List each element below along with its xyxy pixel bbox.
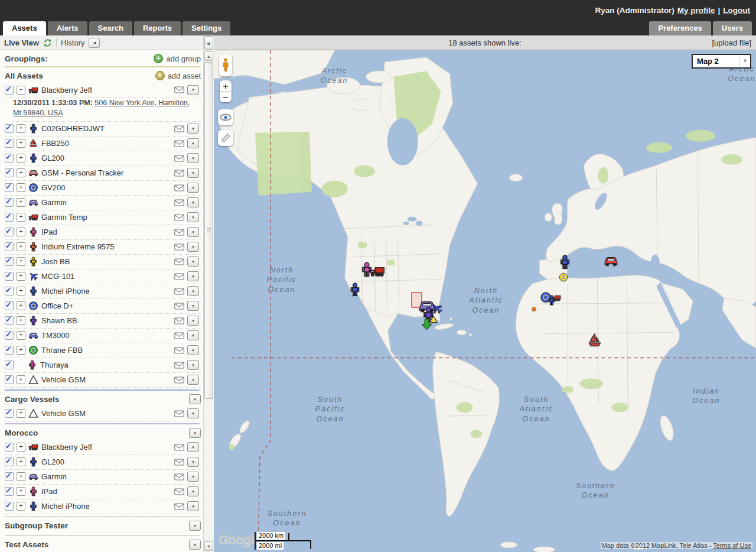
- asset-checkbox[interactable]: [5, 86, 14, 95]
- asset-label[interactable]: MCG-101: [41, 272, 74, 281]
- asset-checkbox[interactable]: [5, 287, 14, 296]
- message-envelope-icon[interactable]: [174, 140, 184, 147]
- asset-label[interactable]: Vehicle GSM: [41, 409, 86, 418]
- message-envelope-icon[interactable]: [174, 86, 184, 93]
- dot-map-marker[interactable]: [532, 307, 536, 311]
- asset-row[interactable]: +GL200▾: [5, 151, 201, 166]
- message-envelope-icon[interactable]: [174, 229, 184, 236]
- expand-row-button[interactable]: +: [17, 472, 25, 481]
- asset-menu-button[interactable]: ▾: [187, 183, 199, 193]
- expand-row-button[interactable]: +: [17, 183, 25, 192]
- asset-label[interactable]: GV200: [41, 183, 65, 192]
- terms-of-use-link[interactable]: Terms of Use: [713, 542, 751, 549]
- asset-menu-button[interactable]: ▾: [187, 486, 199, 496]
- message-envelope-icon[interactable]: [174, 347, 184, 354]
- scroll-down-arrow[interactable]: ▼: [204, 541, 213, 551]
- tab-assets[interactable]: Assets: [3, 21, 46, 35]
- asset-label[interactable]: Office D+: [41, 301, 73, 310]
- asset-checkbox[interactable]: [5, 183, 14, 192]
- group-menu-button[interactable]: ▾: [189, 540, 201, 550]
- asset-row[interactable]: +Michel iPhone▾: [5, 284, 201, 299]
- asset-menu-button[interactable]: ▾: [187, 457, 199, 467]
- asset-row[interactable]: +Blackberry Jeff▾: [5, 440, 201, 455]
- asset-label[interactable]: TM3000: [41, 331, 70, 340]
- message-envelope-icon[interactable]: [174, 155, 184, 162]
- asset-checkbox[interactable]: [5, 213, 14, 222]
- asset-row[interactable]: +Vehicle GSM▾: [5, 407, 201, 421]
- asset-row[interactable]: +GSM - Personal Tracker▾: [5, 166, 201, 181]
- asset-label[interactable]: Vehicle GSM: [41, 375, 86, 384]
- expand-row-button[interactable]: +: [17, 487, 25, 496]
- asset-menu-button[interactable]: ▾: [187, 442, 199, 452]
- logout-link[interactable]: Logout: [723, 6, 750, 15]
- expand-row-button[interactable]: +: [17, 154, 25, 163]
- boat-map-marker[interactable]: [587, 333, 602, 348]
- asset-row[interactable]: +TM3000▾: [5, 329, 201, 343]
- asset-menu-button[interactable]: ▾: [187, 85, 199, 95]
- visibility-eye-button[interactable]: [218, 109, 233, 125]
- expand-row-button[interactable]: +: [17, 375, 25, 384]
- asset-row[interactable]: +Josh BB▾: [5, 255, 201, 269]
- message-envelope-icon[interactable]: [174, 332, 184, 339]
- asset-label[interactable]: IPad: [41, 487, 57, 496]
- asset-menu-button[interactable]: ▾: [187, 212, 199, 222]
- asset-row[interactable]: +Shawn BB▾: [5, 314, 201, 329]
- expand-row-button[interactable]: +: [17, 316, 25, 325]
- asset-label[interactable]: Blackberry Jeff: [41, 443, 92, 452]
- message-envelope-icon[interactable]: [174, 125, 184, 132]
- group-menu-button[interactable]: ▾: [189, 428, 201, 438]
- asset-menu-button[interactable]: ▾: [187, 124, 199, 134]
- expand-row-button[interactable]: +: [17, 198, 25, 207]
- asset-label[interactable]: GL200: [41, 457, 64, 466]
- tab-settings[interactable]: Settings: [183, 21, 230, 35]
- asset-label[interactable]: GL200: [41, 154, 64, 163]
- asset-row[interactable]: +Garmin Temp▾: [5, 210, 201, 225]
- asset-checkbox[interactable]: [5, 154, 14, 163]
- expand-row-button[interactable]: +: [17, 346, 25, 355]
- asset-row[interactable]: +FBB250▾: [5, 137, 201, 151]
- asset-menu-button[interactable]: ▾: [187, 330, 199, 340]
- message-envelope-icon[interactable]: [174, 199, 184, 206]
- upload-file-link[interactable]: [upload file]: [712, 38, 752, 47]
- message-envelope-icon[interactable]: [174, 362, 184, 369]
- tab-search[interactable]: Search: [89, 21, 132, 35]
- asset-checkbox[interactable]: [5, 457, 14, 466]
- world-map[interactable]: Arctic OceanArctic OceanNorth Pacific Oc…: [214, 50, 756, 552]
- asset-checkbox[interactable]: [5, 301, 14, 310]
- asset-label[interactable]: IPad: [41, 228, 57, 236]
- asset-menu-button[interactable]: ▾: [187, 301, 199, 311]
- message-envelope-icon[interactable]: [174, 273, 184, 280]
- history-label[interactable]: History: [61, 38, 84, 47]
- asset-row[interactable]: +GL200▾: [5, 455, 201, 470]
- asset-label[interactable]: Iridium Extreme 9575: [41, 242, 115, 251]
- message-envelope-icon[interactable]: [174, 376, 184, 384]
- asset-row[interactable]: +MCG-101▾: [5, 269, 201, 284]
- group-menu-button[interactable]: ▾: [189, 394, 201, 404]
- asset-menu-button[interactable]: ▾: [187, 501, 199, 511]
- asset-label[interactable]: Michel iPhone: [41, 287, 90, 296]
- message-envelope-icon[interactable]: [174, 303, 184, 310]
- asset-checkbox[interactable]: [5, 472, 14, 481]
- asset-menu-button[interactable]: ▾: [187, 271, 199, 281]
- asset-checkbox[interactable]: [5, 272, 14, 281]
- truck-map-marker[interactable]: [370, 264, 385, 279]
- asset-label[interactable]: Thuraya: [40, 361, 69, 369]
- expand-row-button[interactable]: +: [17, 242, 25, 251]
- person-map-marker[interactable]: [558, 255, 572, 269]
- message-envelope-icon[interactable]: [174, 317, 184, 324]
- add-asset-button[interactable]: +add asset: [155, 71, 201, 80]
- asset-row[interactable]: +GV200▾: [5, 181, 201, 196]
- asset-label[interactable]: C02GDHREDJWT: [41, 124, 105, 133]
- asset-row[interactable]: +Thrane FBB▾: [5, 343, 201, 358]
- truck-map-marker[interactable]: [552, 293, 561, 303]
- asset-menu-button[interactable]: ▾: [187, 153, 199, 163]
- asset-label[interactable]: Garmin: [41, 198, 67, 207]
- expand-row-button[interactable]: +: [17, 272, 25, 281]
- refresh-icon[interactable]: [43, 38, 52, 47]
- asset-label[interactable]: Josh BB: [41, 257, 70, 266]
- asset-row[interactable]: +C02GDHREDJWT▾: [5, 122, 201, 137]
- asset-row[interactable]: +IPad▾: [5, 225, 201, 240]
- expand-row-button[interactable]: +: [17, 301, 25, 310]
- asset-menu-button[interactable]: ▾: [187, 408, 199, 418]
- asset-checkbox[interactable]: [5, 242, 14, 251]
